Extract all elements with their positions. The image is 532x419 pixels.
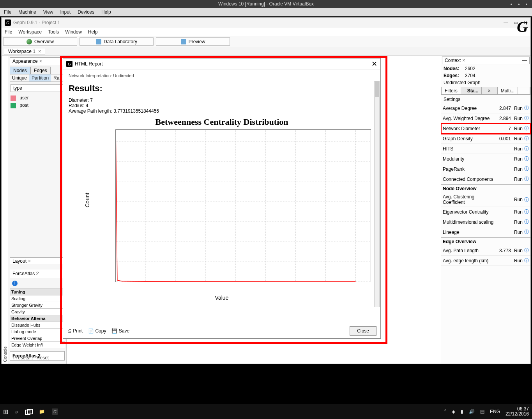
- start-button[interactable]: ⊞: [3, 408, 8, 415]
- run-button[interactable]: Run: [513, 197, 524, 202]
- stat-name: Graph Density: [443, 136, 497, 141]
- info-icon[interactable]: ⓘ: [524, 166, 529, 172]
- monitor-icon: [181, 39, 186, 44]
- dialog-scrollbar[interactable]: [374, 81, 380, 307]
- run-button[interactable]: Run: [513, 126, 524, 131]
- vbox-menu-devices[interactable]: Devices: [78, 9, 94, 16]
- info-icon[interactable]: ⓘ: [524, 115, 529, 122]
- info-icon[interactable]: ⓘ: [524, 105, 529, 111]
- run-button[interactable]: Run: [513, 136, 524, 141]
- close-icon[interactable]: ×: [28, 258, 31, 264]
- minimize-button[interactable]: —: [504, 20, 508, 25]
- info-icon[interactable]: ⓘ: [524, 229, 529, 235]
- scrollbar-thumb[interactable]: [375, 81, 379, 97]
- info-icon[interactable]: ⓘ: [524, 156, 529, 162]
- search-icon[interactable]: ⌕: [15, 409, 18, 414]
- menu-window[interactable]: Window: [65, 28, 82, 36]
- presets-link[interactable]: Presets...: [13, 355, 33, 361]
- tab-preview[interactable]: Preview: [156, 37, 230, 46]
- info-icon[interactable]: ⓘ: [524, 135, 529, 142]
- run-button[interactable]: Run: [513, 258, 524, 263]
- run-button[interactable]: Run: [513, 116, 524, 121]
- info-icon[interactable]: ⓘ: [524, 145, 529, 152]
- vbox-menu-view[interactable]: View: [43, 9, 53, 16]
- tab-filters[interactable]: Filters: [442, 87, 461, 94]
- network-icon[interactable]: ◈: [452, 409, 455, 414]
- gephi-taskbar-icon[interactable]: G: [52, 408, 58, 415]
- task-view-icon[interactable]: [25, 409, 32, 414]
- prop-prevent-overlap[interactable]: Prevent Overlap: [10, 335, 65, 341]
- legend-user: user: [8, 94, 66, 102]
- run-button[interactable]: Run: [513, 146, 524, 152]
- mode-partition[interactable]: Partition: [29, 74, 51, 81]
- tab-statistics[interactable]: Sta... ×: [461, 87, 498, 94]
- prop-stronger-gravity[interactable]: Stronger Gravity: [10, 302, 65, 308]
- menu-file[interactable]: File: [5, 28, 12, 36]
- appearance-tab-nodes[interactable]: Nodes: [10, 67, 30, 74]
- run-button[interactable]: Run: [513, 248, 524, 253]
- appearance-tab-edges[interactable]: Edges: [30, 67, 51, 74]
- stat-name: Connected Components: [443, 177, 497, 182]
- layout-algo-select[interactable]: ForceAtlas 2: [10, 269, 65, 278]
- battery-icon[interactable]: ▮: [461, 409, 463, 414]
- partition-attr-select[interactable]: type: [11, 84, 64, 92]
- tab-overview[interactable]: Overview: [3, 37, 77, 46]
- menu-help[interactable]: Help: [88, 28, 98, 36]
- reset-link[interactable]: Reset: [37, 355, 49, 361]
- close-icon[interactable]: ×: [39, 58, 42, 64]
- color-swatch: [11, 95, 16, 101]
- vbox-window-controls[interactable]: • • •: [511, 1, 530, 9]
- vbox-menu-machine[interactable]: Machine: [18, 9, 36, 16]
- prop-dissuade[interactable]: Dissuade Hubs: [10, 322, 65, 328]
- run-button[interactable]: Run: [513, 230, 524, 235]
- info-icon[interactable]: i: [12, 281, 18, 286]
- info-icon[interactable]: ⓘ: [524, 209, 529, 215]
- run-button[interactable]: Run: [513, 156, 524, 162]
- notifications-icon[interactable]: ▤: [480, 409, 484, 414]
- info-icon[interactable]: ⓘ: [524, 257, 529, 264]
- save-button[interactable]: 💾 Save: [111, 328, 129, 334]
- close-button[interactable]: ✕: [371, 60, 377, 68]
- clock[interactable]: 06:37 22/12/2016: [505, 407, 529, 417]
- prop-gravity[interactable]: Gravity: [10, 308, 65, 315]
- close-icon[interactable]: ×: [38, 49, 41, 54]
- prop-edge-weight[interactable]: Edge Weight Infl: [10, 341, 65, 348]
- run-button[interactable]: Run: [513, 219, 524, 225]
- menu-tools[interactable]: Tools: [48, 28, 59, 36]
- volume-icon[interactable]: 🔊: [469, 409, 475, 414]
- run-button[interactable]: Run: [513, 166, 524, 172]
- run-button[interactable]: Run: [513, 106, 524, 111]
- chevron-up-icon[interactable]: ˄: [444, 409, 446, 414]
- info-icon[interactable]: ⓘ: [524, 196, 529, 203]
- tab-multi[interactable]: Multi...: [498, 87, 518, 94]
- gephi-title: Gephi 0.9.1 - Project 1: [13, 20, 60, 25]
- mode-ranking[interactable]: Ra: [51, 74, 62, 81]
- print-button[interactable]: 🖨 Print: [67, 328, 83, 334]
- section-edge-overview: Edge Overview: [441, 237, 530, 246]
- info-icon[interactable]: ⓘ: [524, 247, 529, 254]
- close-dialog-button[interactable]: Close: [350, 326, 376, 336]
- workspace-tab[interactable]: Workspace 1 ×: [4, 48, 45, 55]
- run-button[interactable]: Run: [513, 177, 524, 182]
- vbox-menu-help[interactable]: Help: [101, 9, 111, 16]
- close-icon[interactable]: ×: [485, 87, 494, 94]
- vbox-menu-file[interactable]: File: [4, 9, 11, 16]
- info-icon[interactable]: ⓘ: [524, 176, 529, 182]
- chart: Count 0100,000200,000300,000400,000500,0…: [84, 129, 375, 293]
- file-explorer-icon[interactable]: 📁: [39, 409, 45, 414]
- info-icon[interactable]: ⓘ: [524, 125, 529, 132]
- run-button[interactable]: Run: [513, 209, 524, 215]
- mode-unique[interactable]: Unique: [10, 74, 29, 81]
- tab-datalab[interactable]: Data Laboratory: [80, 37, 154, 46]
- info-icon[interactable]: ⓘ: [524, 219, 529, 225]
- console-tab[interactable]: Console: [2, 56, 8, 364]
- copy-button[interactable]: 📄 Copy: [88, 328, 106, 334]
- prop-scaling[interactable]: Scaling: [10, 295, 65, 302]
- prop-linlog[interactable]: LinLog mode: [10, 328, 65, 335]
- vbox-menu-input[interactable]: Input: [60, 9, 71, 16]
- language-indicator[interactable]: ENG: [490, 409, 500, 414]
- close-icon[interactable]: ×: [462, 58, 465, 63]
- section-behavior: Behavior Alterna: [10, 315, 65, 322]
- results-heading: Results:: [69, 83, 375, 94]
- menu-workspace[interactable]: Workspace: [18, 28, 42, 36]
